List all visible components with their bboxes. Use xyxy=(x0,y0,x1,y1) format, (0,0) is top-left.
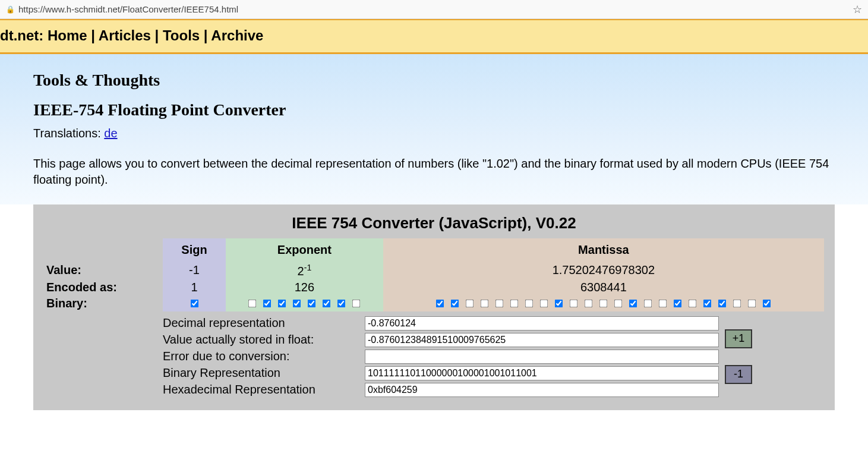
converter-panel: IEEE 754 Converter (JavaScript), V0.22 S… xyxy=(33,204,835,410)
exponent-bit-7[interactable] xyxy=(352,299,361,307)
row-label-binary: Binary: xyxy=(44,295,163,311)
label-binary: Binary Representation xyxy=(163,366,359,380)
label-decimal: Decimal representation xyxy=(163,316,359,330)
lock-icon: 🔒 xyxy=(6,5,15,14)
label-hex: Hexadecimal Representation xyxy=(163,383,359,396)
nav-home[interactable]: Home xyxy=(48,27,87,43)
intro-paragraph: This page allows you to convert between … xyxy=(33,156,835,188)
input-binary[interactable] xyxy=(365,366,719,380)
decrement-button[interactable]: -1 xyxy=(725,365,752,384)
exponent-bit-6[interactable] xyxy=(337,299,346,307)
exponent-bit-0[interactable] xyxy=(248,299,257,307)
bit-table: Sign Exponent Mantissa Value: -1 2-1 1.7… xyxy=(44,238,824,311)
mantissa-value: 1.75202476978302 xyxy=(383,262,824,279)
converter-title: IEEE 754 Converter (JavaScript), V0.22 xyxy=(44,214,824,232)
bookmark-star-icon[interactable]: ☆ xyxy=(853,3,862,16)
mantissa-bit-6[interactable] xyxy=(525,299,534,307)
sign-bit-0[interactable] xyxy=(190,299,198,307)
col-header-sign: Sign xyxy=(163,238,226,262)
representation-grid: Decimal representation +1 -1 Value actua… xyxy=(163,316,772,397)
row-label-encoded: Encoded as: xyxy=(44,279,163,295)
mantissa-bit-12[interactable] xyxy=(614,299,623,307)
inc-dec-buttons: +1 -1 xyxy=(725,329,772,384)
mantissa-bit-17[interactable] xyxy=(689,299,697,307)
mantissa-bit-21[interactable] xyxy=(748,299,756,307)
mantissa-bit-8[interactable] xyxy=(555,299,563,307)
increment-button[interactable]: +1 xyxy=(725,329,752,348)
mantissa-bit-22[interactable] xyxy=(763,299,771,307)
exponent-bit-5[interactable] xyxy=(323,299,331,307)
mantissa-bits xyxy=(383,295,824,311)
mantissa-bit-5[interactable] xyxy=(510,299,519,307)
translations: Translations: de xyxy=(33,127,835,140)
translations-label: Translations: xyxy=(33,127,101,140)
mantissa-bit-10[interactable] xyxy=(585,299,593,307)
section-title: Tools & Thoughts xyxy=(33,71,835,90)
label-error: Error due to conversion: xyxy=(163,350,359,363)
mantissa-bit-4[interactable] xyxy=(495,299,504,307)
mantissa-bit-9[interactable] xyxy=(570,299,578,307)
label-stored: Value actually stored in float: xyxy=(163,333,359,347)
sign-encoded: 1 xyxy=(163,279,226,295)
mantissa-bit-7[interactable] xyxy=(540,299,548,307)
col-header-mantissa: Mantissa xyxy=(383,238,824,262)
exponent-bits xyxy=(226,295,383,311)
exponent-bit-3[interactable] xyxy=(293,299,301,307)
site-topbar: dt.net: Home | Articles | Tools | Archiv… xyxy=(0,19,868,54)
page-content: Tools & Thoughts IEEE-754 Floating Point… xyxy=(0,54,868,204)
mantissa-bit-19[interactable] xyxy=(718,299,727,307)
exponent-bit-4[interactable] xyxy=(308,299,316,307)
mantissa-bit-11[interactable] xyxy=(599,299,608,307)
nav-articles[interactable]: Articles xyxy=(99,27,151,43)
input-decimal[interactable] xyxy=(365,316,719,331)
mantissa-bit-1[interactable] xyxy=(451,299,459,307)
sign-value: -1 xyxy=(163,262,226,279)
mantissa-bit-14[interactable] xyxy=(644,299,652,307)
input-stored[interactable] xyxy=(365,333,719,347)
input-hex[interactable] xyxy=(365,383,719,397)
row-label-value: Value: xyxy=(44,262,163,279)
mantissa-bit-18[interactable] xyxy=(703,299,712,307)
site-prefix: dt.net xyxy=(0,27,39,43)
mantissa-bit-0[interactable] xyxy=(436,299,444,307)
mantissa-bit-13[interactable] xyxy=(629,299,637,307)
sign-bits xyxy=(163,295,226,311)
exponent-value: 2-1 xyxy=(226,262,383,279)
url-text: https://www.h-schmidt.net/FloatConverter… xyxy=(18,4,238,14)
input-error[interactable] xyxy=(365,350,719,364)
mantissa-bit-15[interactable] xyxy=(659,299,667,307)
mantissa-encoded: 6308441 xyxy=(383,279,824,295)
mantissa-bit-16[interactable] xyxy=(674,299,682,307)
exponent-bit-1[interactable] xyxy=(263,299,272,307)
nav-archive[interactable]: Archive xyxy=(211,27,263,43)
exponent-bit-2[interactable] xyxy=(278,299,286,307)
exponent-encoded: 126 xyxy=(226,279,383,295)
mantissa-bit-2[interactable] xyxy=(466,299,474,307)
nav-tools[interactable]: Tools xyxy=(163,27,200,43)
col-header-exponent: Exponent xyxy=(226,238,383,262)
mantissa-bit-20[interactable] xyxy=(733,299,741,307)
page-title: IEEE-754 Floating Point Converter xyxy=(33,100,835,119)
translations-link-de[interactable]: de xyxy=(104,127,117,140)
browser-address-bar: 🔒 https://www.h-schmidt.net/FloatConvert… xyxy=(0,0,868,19)
mantissa-bit-3[interactable] xyxy=(481,299,489,307)
